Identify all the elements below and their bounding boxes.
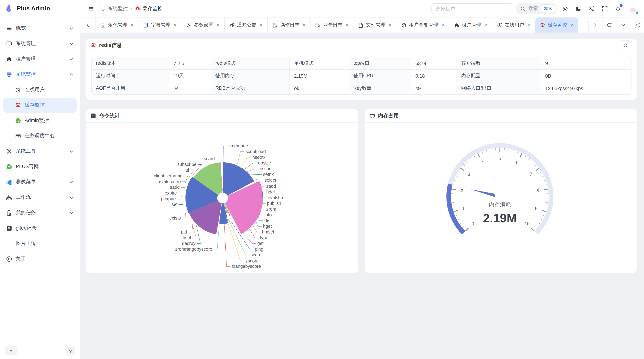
sidebar-item-overview[interactable]: 概览 (3, 21, 76, 36)
tabs-scroll-left-button[interactable] (80, 17, 96, 32)
tab-file-mgmt[interactable]: 文件管理× (354, 17, 396, 32)
tab-tenant-mgmt[interactable]: 租户管理× (449, 17, 492, 32)
sidebar-item-admin-monitor[interactable]: Admin监控 (3, 113, 76, 128)
redis-info-refresh-button[interactable] (618, 40, 632, 50)
fullscreen-button[interactable] (600, 3, 610, 13)
home-icon (454, 22, 459, 28)
command-stats-chart: smembersscript|loadhsetnxdbsizesscansetn… (86, 123, 358, 273)
sidebar-item-workflow[interactable]: 工作流 (3, 190, 76, 205)
sidebar-item-gitee-log[interactable]: ¥gitee记录 (3, 221, 76, 236)
gauge-major-tick (452, 189, 456, 190)
chevron-left-icon (85, 22, 90, 28)
plus-circle-icon (6, 164, 12, 170)
notifications-button[interactable] (613, 3, 623, 13)
sidebar-item-tenant-management[interactable]: 租户管理 (3, 51, 76, 66)
pie-label: dbsize (258, 160, 271, 165)
sidebar-item-about[interactable]: 关于 (3, 251, 76, 266)
pie-label: ttl (186, 168, 189, 173)
tenant-select-input[interactable] (431, 3, 512, 14)
tab-close-icon[interactable]: × (303, 22, 306, 27)
logo-row[interactable]: Plus Admin (0, 0, 80, 17)
gauge-tick-label: 0 (471, 221, 474, 226)
sidebar-pin-button[interactable] (66, 346, 75, 356)
global-search[interactable]: 搜索 ⌘ K (516, 3, 557, 14)
sidebar-item-test-menu[interactable]: 测试菜单 (3, 174, 76, 190)
pie-label: hsetnx (252, 155, 266, 160)
tab-refresh-button[interactable] (602, 17, 616, 32)
gauge-major-tick (478, 153, 480, 157)
settings-button[interactable] (560, 3, 570, 13)
tab-cache-monitor[interactable]: 缓存监控× (535, 17, 578, 32)
sidebar-item-cache-monitor[interactable]: 缓存监控 (3, 98, 76, 113)
terminal-icon: C:\ (90, 113, 96, 118)
tab-op-log[interactable]: 操作日志× (268, 17, 310, 32)
sidebar-item-system-monitor[interactable]: 系统监控 (3, 67, 76, 82)
gauge-minor-tick (542, 176, 544, 177)
tab-dict-mgmt[interactable]: 字典管理× (138, 17, 182, 32)
gauge-major-tick (454, 210, 458, 212)
tab-close-icon[interactable]: × (484, 22, 487, 27)
tabs-scroll-right-button[interactable] (588, 17, 602, 32)
user-avatar[interactable] (628, 3, 638, 14)
sidebar-item-online-users[interactable]: 在线用户 (3, 82, 76, 97)
dark-mode-button[interactable] (573, 3, 583, 13)
sidebar-item-system-tools[interactable]: 系统工具 (3, 144, 76, 159)
role-icon (100, 22, 106, 28)
sidebar-item-label: 工作流 (16, 194, 31, 201)
tab-close-icon[interactable]: × (570, 22, 573, 27)
sidebar-item-task-scheduler[interactable]: 任务调度中心 (3, 128, 76, 143)
sidebar-item-label: 系统工具 (16, 148, 36, 154)
gauge-minor-tick (535, 164, 536, 166)
tab-close-icon[interactable]: × (130, 22, 134, 27)
breadcrumb-cache-monitor[interactable]: 缓存监控 (135, 5, 162, 12)
breadcrumb-system-monitor[interactable]: 系统监控 (100, 5, 128, 12)
content-fullscreen-button[interactable] (630, 17, 644, 32)
gauge-major-tick (544, 189, 548, 190)
gauge-minor-tick (517, 151, 518, 153)
redis-info-table-wrap: redis版本7.2.5redis模式单机模式tcp端口6379客户端数9运行时… (86, 52, 637, 100)
pie-label-leader (243, 163, 256, 170)
pie-label: scard (204, 156, 215, 161)
tab-notice[interactable]: 通知公告× (224, 17, 268, 32)
sidebar-collapse-button[interactable]: « (5, 346, 17, 356)
tab-close-icon[interactable]: × (346, 22, 348, 27)
sidebar-toggle-button[interactable] (86, 3, 96, 13)
pie-label: zremrangebyscore (175, 247, 212, 252)
search-icon (520, 6, 526, 11)
sidebar-item-system-management[interactable]: 系统管理 (3, 36, 76, 51)
gauge-minor-tick (474, 156, 475, 157)
sidebar-footer: « (0, 343, 80, 359)
tab-login-log[interactable]: 登录日志× (310, 17, 354, 32)
sidebar-item-image-upload[interactable]: 图片上传 (3, 236, 76, 251)
online-status-dot (635, 11, 639, 15)
language-button[interactable]: 文A (586, 3, 596, 13)
memory-chip-icon (370, 113, 375, 118)
topbar: 系统监控 › 缓存监控 搜索 ⌘ K 文A (80, 0, 644, 17)
sidebar-item-plus-website[interactable]: PLUS官网 (3, 159, 76, 174)
search-shortcut-badge: ⌘ K (541, 5, 555, 12)
sidebar-item-label: 任务调度中心 (25, 133, 55, 139)
tab-close-icon[interactable]: × (388, 22, 392, 27)
gauge-tick-label: 7 (529, 171, 532, 177)
dict-icon (143, 22, 148, 28)
info-label: redis模式 (211, 57, 290, 69)
tab-menu-button[interactable] (616, 17, 630, 32)
tab-close-icon[interactable]: × (527, 22, 530, 27)
tab-close-icon[interactable]: × (217, 22, 220, 27)
refresh-icon (606, 22, 612, 28)
tab-close-icon[interactable]: × (441, 22, 444, 27)
sidebar-item-my-tasks[interactable]: 我的任务 (3, 205, 76, 220)
pie-label-leader (249, 229, 258, 238)
pie-label: publish (267, 201, 281, 206)
gauge-minor-tick (452, 185, 455, 185)
tab-close-icon[interactable]: × (260, 22, 262, 27)
tab-online-users[interactable]: 在线用户× (492, 17, 535, 32)
tab-close-icon[interactable]: × (174, 22, 176, 27)
gauge-tick-label: 4 (481, 160, 484, 165)
tab-role-mgmt[interactable]: 角色管理× (96, 17, 138, 32)
info-label: AOF是否开启 (92, 82, 169, 95)
redis-icon (15, 102, 21, 108)
tab-tenant-package-mgmt[interactable]: 租户套餐管理× (396, 17, 449, 32)
tab-param-settings[interactable]: 参数设置× (182, 17, 224, 32)
pie-label-leader (177, 195, 182, 199)
